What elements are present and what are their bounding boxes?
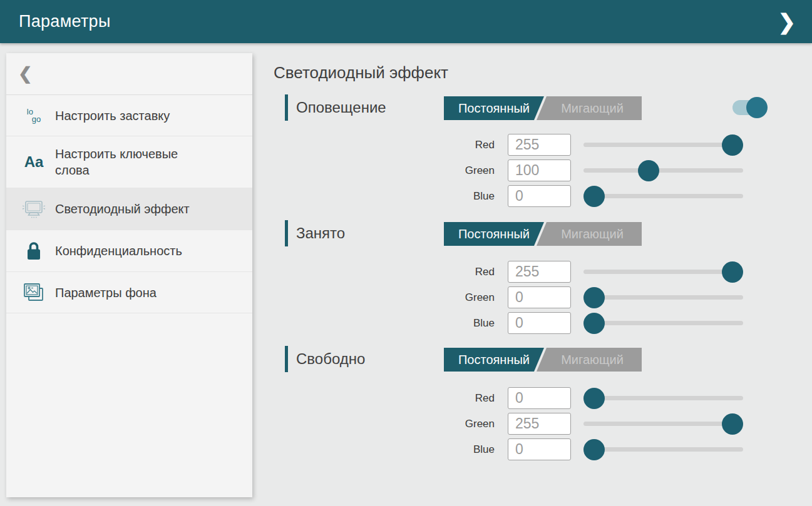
section-accent-bar: [285, 220, 288, 246]
green-slider[interactable]: [583, 287, 743, 308]
power-toggle[interactable]: [732, 100, 770, 115]
red-value-input[interactable]: [508, 261, 571, 283]
red-value-input[interactable]: [508, 134, 571, 156]
channel-row-blue: Blue: [438, 438, 764, 460]
channel-label: Red: [438, 392, 495, 405]
section-accent-bar: [285, 346, 288, 372]
expand-chevron-icon[interactable]: ❯: [773, 0, 801, 43]
red-value-input[interactable]: [508, 387, 571, 409]
sidebar-item-label: Настроить заставку: [55, 108, 176, 124]
section-title: Оповещение: [296, 99, 386, 116]
sidebar-item-privacy[interactable]: Конфиденциальность: [6, 230, 252, 272]
lock-icon: [19, 241, 48, 261]
green-slider[interactable]: [583, 413, 743, 435]
mode-blinking-button[interactable]: Мигающий: [537, 348, 642, 372]
rgb-rows-free: Red Green Blue: [438, 387, 764, 464]
rgb-rows-busy: Red Green Blue: [438, 261, 764, 338]
section-header-notification: Оповещение: [285, 94, 386, 121]
sidebar-item-label: Настроить ключевые слова: [55, 146, 212, 178]
letters-icon: Aa: [19, 153, 48, 171]
red-slider[interactable]: [583, 388, 743, 409]
sidebar-item-background[interactable]: Параметры фона: [6, 272, 252, 313]
mode-blinking-button[interactable]: Мигающий: [537, 96, 642, 120]
mode-blinking-button[interactable]: Мигающий: [537, 222, 642, 246]
settings-sidebar: ❮ logo Настроить заставку Aa Настроить к…: [6, 53, 252, 497]
page-title: Параметры: [19, 12, 111, 31]
section-title: Свободно: [296, 350, 365, 368]
back-chevron-icon: ❮: [18, 64, 33, 84]
main-page-title: Светодиодный эффект: [274, 63, 448, 83]
back-button[interactable]: ❮: [6, 53, 252, 95]
section-accent-bar: [285, 94, 288, 121]
sidebar-item-screensaver[interactable]: logo Настроить заставку: [6, 95, 252, 136]
channel-label: Green: [438, 418, 495, 430]
blue-slider[interactable]: [583, 186, 743, 207]
channel-label: Blue: [438, 190, 495, 203]
section-header-free: Свободно: [285, 346, 365, 372]
mode-constant-button[interactable]: Постоянный: [444, 96, 544, 120]
rgb-rows-notification: Red Green Blue: [438, 134, 764, 211]
channel-row-green: Green: [438, 286, 764, 308]
sidebar-item-label: Светодиодный эффект: [55, 201, 196, 217]
green-value-input[interactable]: [508, 413, 571, 435]
logo-icon: logo: [19, 108, 48, 123]
channel-row-red: Red: [438, 261, 764, 283]
images-icon: [19, 281, 48, 304]
red-slider[interactable]: [583, 261, 743, 283]
power-toggle-knob: [746, 97, 768, 118]
mode-toggle-notification: Постоянный Мигающий: [444, 96, 642, 120]
blue-value-input[interactable]: [508, 438, 571, 460]
monitor-icon: [19, 198, 48, 220]
section-title: Занято: [296, 225, 345, 242]
section-header-busy: Занято: [285, 220, 345, 246]
green-slider[interactable]: [583, 160, 743, 181]
sidebar-item-keywords[interactable]: Aa Настроить ключевые слова: [6, 136, 252, 188]
channel-label: Green: [438, 291, 495, 304]
mode-toggle-free: Постоянный Мигающий: [444, 348, 642, 372]
channel-row-blue: Blue: [438, 185, 764, 207]
green-value-input[interactable]: [508, 286, 571, 308]
channel-row-blue: Blue: [438, 312, 764, 334]
channel-row-green: Green: [438, 413, 764, 435]
green-value-input[interactable]: [508, 159, 571, 181]
channel-row-red: Red: [438, 134, 764, 156]
sidebar-item-led-effect[interactable]: Светодиодный эффект: [6, 188, 252, 230]
channel-label: Blue: [438, 317, 495, 330]
red-slider[interactable]: [583, 134, 743, 156]
sidebar-item-label: Параметры фона: [55, 285, 163, 301]
blue-value-input[interactable]: [508, 185, 571, 207]
mode-constant-button[interactable]: Постоянный: [444, 222, 544, 246]
blue-value-input[interactable]: [508, 312, 571, 334]
channel-label: Red: [438, 266, 495, 278]
channel-row-red: Red: [438, 387, 764, 409]
blue-slider[interactable]: [583, 439, 743, 460]
mode-toggle-busy: Постоянный Мигающий: [444, 222, 642, 246]
sidebar-item-label: Конфиденциальность: [55, 243, 188, 259]
channel-label: Green: [438, 164, 495, 177]
mode-constant-button[interactable]: Постоянный: [444, 348, 544, 372]
channel-label: Red: [438, 139, 495, 151]
channel-label: Blue: [438, 443, 495, 456]
channel-row-green: Green: [438, 159, 764, 181]
app-header: Параметры ❯: [0, 0, 812, 43]
blue-slider[interactable]: [583, 313, 743, 334]
